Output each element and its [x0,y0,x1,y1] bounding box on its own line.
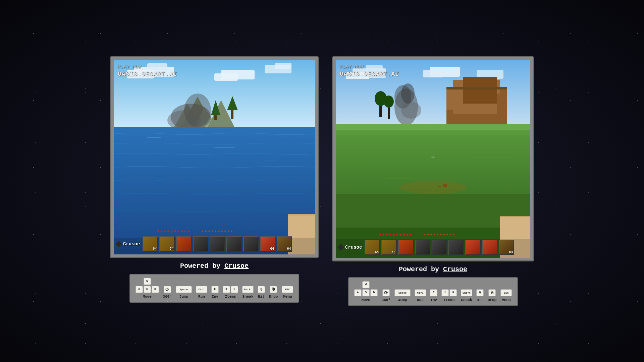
left-ctrl-drop: 🖱 Drop [269,286,278,299]
key-9[interactable]: 9 [231,286,238,293]
right-360-icon[interactable]: ⟳ [382,289,390,297]
left-ctrl-jump-keys: Space [176,286,192,293]
key-shift[interactable]: Shift [242,286,254,293]
r-key-a[interactable]: A [354,289,362,297]
left-mouse-icon[interactable]: 🖱 [270,286,277,293]
right-diamond-icon [337,244,344,251]
right-ctrl-hit: Q Hit [476,289,484,302]
key-a[interactable]: A [136,286,143,293]
r-key-esc[interactable]: ESC [500,289,512,297]
heart-5: ♥ [170,229,173,235]
left-crusoe-link[interactable]: Crusoe [224,262,249,270]
key-esc[interactable]: ESC [282,286,293,293]
r-heart-5: ♥ [392,233,395,239]
svg-rect-42 [446,89,457,110]
food-8: ● [224,229,226,235]
left-360-icon[interactable]: ⟳ [164,286,171,293]
r-key-e[interactable]: E [430,289,437,297]
right-ctrl-hit-keys: Q [476,289,484,297]
right-slot-1: 64 [365,240,380,255]
r-key-ctrl[interactable]: Ctrl [415,289,426,297]
right-slot-7 [465,240,481,255]
right-ctrl-move-label: Move [361,298,370,302]
left-screen-frame: PLAY NOW OASIS.DECART.AI ♥ ♥ ♥ ♥ ♥ ♥ ♥ ♥ [110,56,319,258]
r-key-w[interactable]: W [362,281,370,289]
panels-wrapper: PLAY NOW OASIS.DECART.AI ♥ ♥ ♥ ♥ ♥ ♥ ♥ ♥ [110,56,534,306]
key-s[interactable]: S [144,286,151,293]
key-q[interactable]: Q [258,286,265,293]
r-key-d[interactable]: D [370,289,378,297]
left-powered-text: Powered by [180,262,220,270]
food-6: ● [218,229,220,235]
right-ctrl-items: 1 9 Items [441,289,457,302]
right-slot-9: 64 [499,240,514,255]
r-key-1[interactable]: 1 [441,289,449,297]
right-ctrl-inv-keys: E [430,289,437,297]
key-e[interactable]: E [211,286,219,293]
key-1[interactable]: 1 [223,286,230,293]
key-w[interactable]: W [144,278,151,285]
r-key-shift[interactable]: Shift [461,289,472,297]
right-crusoe-link[interactable]: Crusoe [443,265,467,273]
left-ctrl-run: Ctrl Run [196,286,207,299]
r-key-space[interactable]: Space [394,289,411,297]
r-key-9[interactable]: 9 [449,289,457,297]
r-key-s[interactable]: S [362,289,370,297]
svg-rect-52 [336,161,369,163]
right-slot-2: 64 [381,240,397,255]
r-food-2: ● [427,233,429,239]
svg-rect-50 [336,130,530,135]
r-key-q[interactable]: Q [476,289,484,297]
r-heart-2: ♥ [382,233,384,239]
right-ctrl-items-label: Items [443,298,454,302]
left-slot-6 [226,236,242,252]
left-ctrl-items: 1 9 Items [223,286,238,299]
right-health-row: ♥ ♥ ♥ ♥ ♥ ♥ ♥ ♥ ♥ ♥ ● ● ● ● [338,233,528,239]
right-ctrl-move-keys: W ASD [354,281,378,297]
r-food-1: ● [424,233,426,239]
right-overlay-text: PLAY NOW OASIS.DECART.AI [340,64,399,78]
left-site-url: OASIS.DECART.AI [118,70,177,78]
right-ctrl-inv: E Inv [430,289,437,302]
key-d[interactable]: D [152,286,159,293]
left-ctrl-move: W ASD Move [136,278,159,299]
left-ctrl-jump-label: Jump [179,295,188,299]
heart-4: ♥ [167,229,169,235]
svg-rect-40 [463,77,497,104]
svg-rect-41 [446,87,507,89]
left-game-panel: PLAY NOW OASIS.DECART.AI ♥ ♥ ♥ ♥ ♥ ♥ ♥ ♥ [110,56,319,303]
left-scene-svg [114,60,315,254]
left-slot-8: 64 [260,236,275,252]
left-ctrl-hit-keys: Q [258,286,265,293]
left-hud: ♥ ♥ ♥ ♥ ♥ ♥ ♥ ♥ ♥ ♥ ● ● ● ● [116,229,312,252]
food-1: ● [202,229,204,235]
right-ctrl-360: ⟳ 360° [382,289,390,302]
heart-9: ♥ [184,229,186,235]
food-4: ● [211,229,214,235]
key-ctrl[interactable]: Ctrl [196,286,207,293]
left-powered-by: Powered by Crusoe [180,262,249,270]
left-ctrl-items-keys: 1 9 [223,286,238,293]
left-ctrl-360: ⟳ 360° [163,286,172,299]
key-space[interactable]: Space [176,286,192,293]
right-ctrl-drop-keys: 🖱 [488,289,496,297]
svg-text:+: + [431,153,435,160]
left-health-row: ♥ ♥ ♥ ♥ ♥ ♥ ♥ ♥ ♥ ♥ ● ● ● ● [116,229,312,235]
right-ctrl-inv-label: Inv [430,298,437,302]
left-ctrl-360-label: 360° [163,295,172,299]
right-ctrl-drop-label: Drop [488,298,496,302]
r-heart-7: ♥ [399,233,401,239]
r-food-4: ● [433,233,436,239]
r-food-5: ● [436,233,439,239]
right-game-panel: + PLAY NOW OASIS.DECART.AI ♥ ♥ ♥ ♥ [332,56,534,306]
right-mouse-icon[interactable]: 🖱 [488,289,496,297]
right-hud: ♥ ♥ ♥ ♥ ♥ ♥ ♥ ♥ ♥ ♥ ● ● ● ● [338,233,528,255]
left-slot-7 [243,236,259,252]
r-food-8: ● [446,233,448,239]
food-7: ● [221,229,223,235]
svg-rect-49 [336,124,530,130]
svg-rect-23 [265,161,275,161]
svg-rect-6 [214,73,238,81]
left-ctrl-inv-keys: E [211,286,219,293]
left-player-tag: Crusoe [116,241,140,247]
